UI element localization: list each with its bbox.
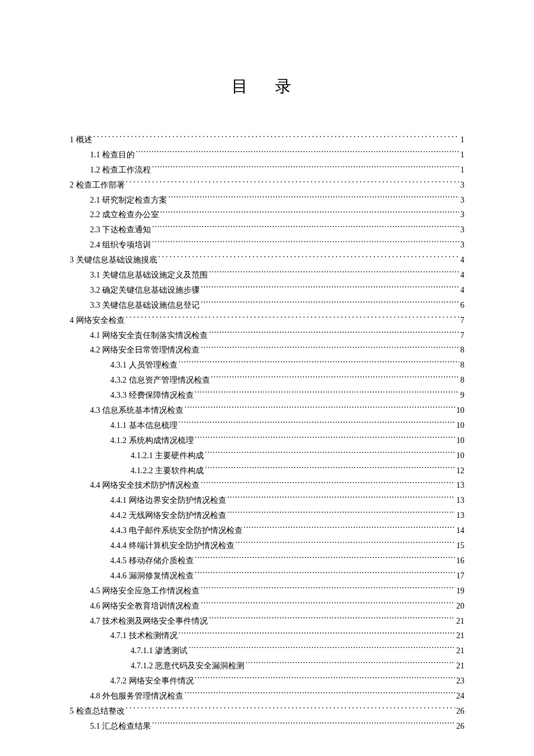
toc-entry: 4.4.1 网络边界安全防护情况检查13 xyxy=(70,493,464,508)
toc-entry: 4.4.3 电子邮件系统安全防护情况检查14 xyxy=(70,523,464,538)
toc-entry: 4.7.2 网络安全事件情况23 xyxy=(70,674,464,689)
toc-entry-page: 7 xyxy=(460,328,464,343)
toc-entry-page: 3 xyxy=(460,178,464,193)
toc-entry: 1 概述1 xyxy=(70,132,464,147)
toc-entry-label: 4.3.1 人员管理检查 xyxy=(110,358,178,373)
toc-entry-label: 4.1.2.1 主要硬件构成 xyxy=(131,448,204,463)
toc-entry-label: 4.4.1 网络边界安全防护情况检查 xyxy=(110,493,226,508)
toc-entry-page: 17 xyxy=(456,568,464,584)
toc-entry-label: 4 网络安全检查 xyxy=(70,313,125,328)
toc-entry-page: 10 xyxy=(456,433,464,448)
toc-entry: 4.1.2 系统构成情况梳理10 xyxy=(70,433,464,448)
toc-leader-dots xyxy=(195,675,456,683)
toc-entry-label: 5.1 汇总检查结果 xyxy=(90,719,151,734)
toc-title: 目 录 xyxy=(70,75,464,98)
toc-entry-label: 4.6 网络安全教育培训情况检查 xyxy=(90,599,200,614)
toc-entry-label: 4.4 网络安全技术防护情况检查 xyxy=(90,478,200,493)
toc-entry: 4.6 网络安全教育培训情况检查20 xyxy=(70,599,464,614)
toc-entry-page: 10 xyxy=(456,418,464,433)
toc-entry-label: 3.2 确定关键信息基础设施步骤 xyxy=(90,283,200,298)
toc-entry-label: 4.4.2 无线网络安全防护情况检查 xyxy=(110,508,226,523)
toc-entry-label: 4.4.6 漏洞修复情况检查 xyxy=(110,568,194,584)
toc-entry-page: 24 xyxy=(456,689,464,704)
toc-entry-page: 8 xyxy=(460,373,464,388)
toc-entry: 4.4.6 漏洞修复情况检查17 xyxy=(70,568,464,584)
toc-entry-label: 1.1 检查目的 xyxy=(90,147,135,163)
toc-entry: 4.3 信息系统基本情况检查10 xyxy=(70,403,464,418)
toc-entry: 5.1 汇总检查结果26 xyxy=(70,719,464,734)
toc-entry-page: 8 xyxy=(460,358,464,373)
toc-entry-label: 2.4 组织专项培训 xyxy=(90,237,151,253)
toc-entry-page: 4 xyxy=(460,253,464,268)
toc-entry: 4.2 网络安全日常管理情况检查8 xyxy=(70,343,464,358)
toc-entry-label: 4.1.2 系统构成情况梳理 xyxy=(110,433,194,448)
toc-entry-page: 13 xyxy=(456,478,464,493)
toc-entry: 4.3.3 经费保障情况检查9 xyxy=(70,388,464,403)
toc-entry-page: 3 xyxy=(460,207,464,222)
toc-entry: 4.4.4 终端计算机安全防护情况检查15 xyxy=(70,538,464,553)
toc-entry-label: 1.2 检查工作流程 xyxy=(90,163,151,178)
toc-entry-page: 23 xyxy=(456,674,464,689)
toc-entry-label: 2.1 研究制定检查方案 xyxy=(90,193,167,208)
toc-entry-label: 4.3 信息系统基本情况检查 xyxy=(90,403,183,418)
toc-entry-label: 2 检查工作部署 xyxy=(70,178,125,193)
toc-entry-label: 4.4.3 电子邮件系统安全防护情况检查 xyxy=(110,523,243,538)
toc-leader-dots xyxy=(201,585,455,593)
toc-entry-page: 21 xyxy=(456,643,464,658)
toc-entry-page: 10 xyxy=(456,448,464,463)
toc-entry: 4.7 技术检测及网络安全事件情况21 xyxy=(70,614,464,629)
toc-leader-dots xyxy=(152,721,455,729)
toc-entry: 4.8 外包服务管理情况检查24 xyxy=(70,689,464,704)
toc-leader-dots xyxy=(179,420,456,428)
toc-leader-dots xyxy=(179,630,456,638)
toc-entry-label: 4.1.2.2 主要软件构成 xyxy=(131,463,204,478)
toc-leader-dots xyxy=(205,450,455,458)
toc-entry: 4.1 网络安全责任制落实情况检查7 xyxy=(70,328,464,343)
toc-entry-label: 4.3.3 经费保障情况检查 xyxy=(110,388,194,403)
toc-entry: 2.2 成立检查办公室3 xyxy=(70,207,464,222)
toc-leader-dots xyxy=(195,570,456,578)
toc-leader-dots xyxy=(185,405,455,413)
toc-leader-dots xyxy=(168,195,459,203)
toc-entry: 4.4.5 移动存储介质检查16 xyxy=(70,553,464,568)
toc-entry-label: 4.7.1 技术检测情况 xyxy=(110,628,178,643)
toc-entry-page: 13 xyxy=(456,508,464,523)
toc-entry: 4.7.1 技术检测情况21 xyxy=(70,628,464,643)
toc-entry: 4.3.1 人员管理检查8 xyxy=(70,358,464,373)
toc-leader-dots xyxy=(201,600,455,609)
document-page: 目 录 1 概述11.1 检查目的11.2 检查工作流程12 检查工作部署32.… xyxy=(0,0,534,756)
toc-entry-page: 21 xyxy=(456,614,464,629)
toc-entry: 2.1 研究制定检查方案3 xyxy=(70,193,464,208)
toc-leader-dots xyxy=(211,375,460,383)
toc-leader-dots xyxy=(236,540,456,548)
toc-leader-dots xyxy=(209,269,459,278)
toc-entry-page: 14 xyxy=(456,523,464,538)
toc-entry-page: 1 xyxy=(460,147,464,163)
toc-entry-page: 20 xyxy=(456,599,464,614)
toc-entry: 4.7.1.1 渗透测试21 xyxy=(70,643,464,658)
toc-entry-label: 4.5 网络安全应急工作情况检查 xyxy=(90,584,200,599)
toc-entry-page: 15 xyxy=(456,538,464,553)
toc-leader-dots xyxy=(158,254,460,262)
toc-leader-dots xyxy=(201,344,459,352)
toc-entry: 5 检查总结整改26 xyxy=(70,704,464,719)
toc-entry-page: 19 xyxy=(456,584,464,599)
toc-entry: 4.4.2 无线网络安全防护情况检查13 xyxy=(70,508,464,523)
toc-entry: 4.3.2 信息资产管理情况检查8 xyxy=(70,373,464,388)
toc-entry: 4.5 网络安全应急工作情况检查19 xyxy=(70,584,464,599)
toc-entry: 1.2 检查工作流程1 xyxy=(70,163,464,178)
toc-entry: 4.4 网络安全技术防护情况检查13 xyxy=(70,478,464,493)
toc-entry-label: 2.2 成立检查办公室 xyxy=(90,207,159,222)
toc-leader-dots xyxy=(209,615,455,624)
toc-entry-page: 3 xyxy=(460,193,464,208)
toc-entry-label: 2.3 下达检查通知 xyxy=(90,222,151,237)
toc-leader-dots xyxy=(93,134,460,142)
toc-leader-dots xyxy=(160,209,459,217)
toc-entry-label: 4.1.1 基本信息梳理 xyxy=(110,418,178,433)
toc-leader-dots xyxy=(201,480,455,488)
toc-entry: 3.3 关键信息基础设施信息登记6 xyxy=(70,298,464,313)
toc-entry: 3.1 关键信息基础设施定义及范围4 xyxy=(70,268,464,283)
toc-entry-page: 10 xyxy=(456,403,464,418)
toc-leader-dots xyxy=(126,705,456,714)
toc-entry-label: 4.7.1.2 恶意代码及安全漏洞检测 xyxy=(131,658,244,674)
